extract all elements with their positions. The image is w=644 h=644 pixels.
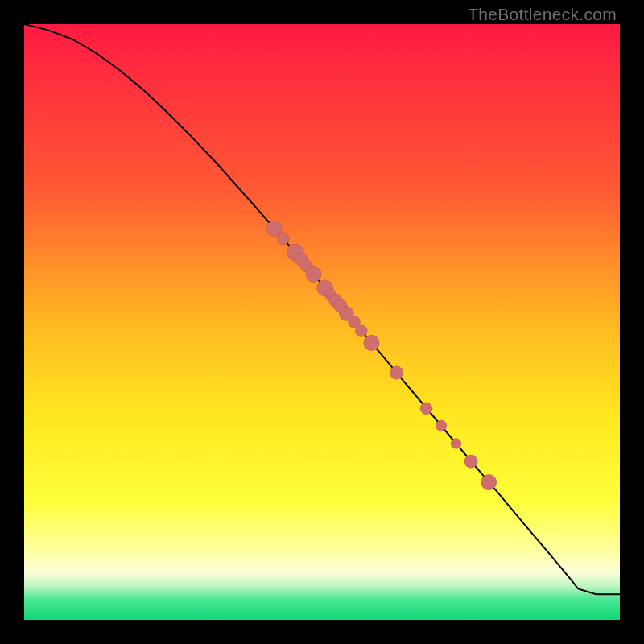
- curve-line: [24, 24, 620, 594]
- data-point: [436, 420, 446, 431]
- data-point: [464, 455, 477, 468]
- data-point: [364, 335, 379, 350]
- data-point: [451, 439, 461, 449]
- watermark-text: TheBottleneck.com: [468, 5, 617, 24]
- data-point: [390, 366, 402, 379]
- plot-area: [24, 24, 620, 620]
- data-point: [306, 266, 321, 282]
- data-point: [420, 402, 432, 415]
- chart-svg: [24, 24, 620, 620]
- data-point: [481, 475, 497, 490]
- data-point: [278, 233, 290, 245]
- chart-frame: TheBottleneck.com: [0, 0, 644, 644]
- data-point: [355, 325, 367, 337]
